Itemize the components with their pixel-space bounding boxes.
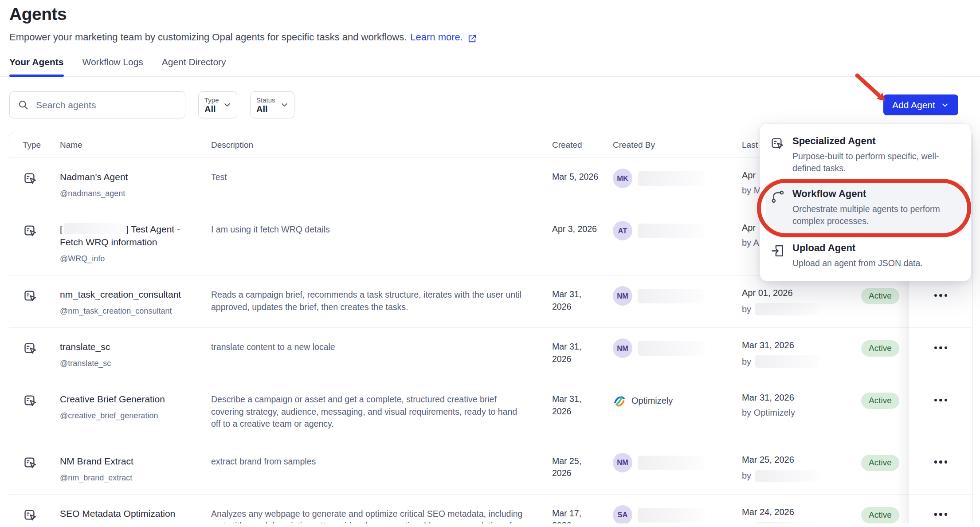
search-box[interactable] <box>9 91 185 118</box>
created-by-cell: MK <box>605 158 733 210</box>
learn-more-link[interactable]: Learn more. <box>410 31 463 43</box>
menu-item-workflow-agent[interactable]: Workflow AgentOrchestrate multiple agent… <box>766 182 965 234</box>
agent-type-icon-cell <box>9 495 60 524</box>
agent-handle: @nadmans_agent <box>60 189 199 198</box>
actions-cell <box>909 328 972 380</box>
created-date: Mar 17, 2026 <box>545 495 605 524</box>
menu-item-description: Orchestrate multiple agents to perform c… <box>792 203 949 227</box>
type-filter-dropdown[interactable]: Type All <box>198 91 237 118</box>
agent-name-cell[interactable]: nm_task_creation_consultant@nm_task_crea… <box>60 275 211 327</box>
redacted-user-name <box>638 341 705 356</box>
agent-type-icon-cell <box>9 275 60 327</box>
agent-name-cell[interactable]: Nadman's Agent@nadmans_agent <box>60 158 211 210</box>
agents-page: Agents Empower your marketing team by cu… <box>0 0 980 527</box>
last-modified-date: Apr 01, 2026 <box>742 288 853 298</box>
agent-handle: @creative_brief_generation <box>60 411 199 421</box>
created-by-cell: NM <box>605 442 733 494</box>
agent-type-icon-cell <box>9 158 60 210</box>
created-date: Mar 25, 2026 <box>545 442 605 494</box>
status-badge: Active <box>861 455 899 471</box>
status-filter-dropdown[interactable]: Status All <box>250 91 294 118</box>
specialized-agent-icon <box>23 298 38 306</box>
tab-your-agents[interactable]: Your Agents <box>9 57 64 76</box>
status-cell: Active <box>853 328 909 380</box>
actions-cell <box>909 275 972 327</box>
optimizely-logo <box>613 394 626 407</box>
status-badge: Active <box>861 507 899 523</box>
redacted-user-name <box>638 224 705 238</box>
status-badge: Active <box>861 340 899 357</box>
column-header: Created <box>545 140 605 150</box>
specialized-agent-icon <box>23 350 38 358</box>
agent-name-cell[interactable]: [] Test Agent - Fetch WRQ information@WR… <box>60 210 211 275</box>
last-modified-cell: Mar 24, 2026by <box>733 495 853 524</box>
created-date: Mar 31, 2026 <box>545 328 605 380</box>
last-modified-cell: Mar 31, 2026by Optimizely <box>733 380 853 442</box>
agent-name: nm_task_creation_consultant <box>60 288 199 301</box>
table-row: SEO Metadata Optimization@seo_metadata_o… <box>9 494 972 524</box>
status-cell: Active <box>853 275 909 327</box>
last-modified-cell: Mar 25, 2026by <box>733 442 853 494</box>
status-filter-label: Status <box>256 97 275 103</box>
row-actions-button[interactable] <box>930 456 952 469</box>
last-modified-cell: Apr 01, 2026by <box>733 275 853 327</box>
created-by-cell: Optimizely <box>605 380 733 442</box>
last-modified-by: by <box>742 355 853 368</box>
agent-name-cell[interactable]: NM Brand Extract@nm_brand_extract <box>60 442 211 494</box>
row-actions-button[interactable] <box>930 508 952 521</box>
row-actions-button[interactable] <box>930 393 952 407</box>
status-cell: Active <box>853 442 909 494</box>
chevron-down-icon <box>223 100 232 110</box>
tab-agent-directory[interactable]: Agent Directory <box>162 57 226 76</box>
tab-workflow-logs[interactable]: Workflow Logs <box>82 57 143 76</box>
redacted-user-name <box>638 456 705 470</box>
agent-type-icon-cell <box>9 210 60 275</box>
redacted-user-name <box>638 508 705 523</box>
last-modified-by: by <box>742 470 853 482</box>
specialized-agent-icon <box>770 136 785 152</box>
specialized-agent-icon <box>23 403 38 410</box>
table-row: nm_task_creation_consultant@nm_task_crea… <box>9 275 972 327</box>
agent-description: I am using it fetch WRQ details <box>211 210 545 275</box>
avatar: NM <box>613 286 632 306</box>
toolbar: Type All Status All Add Agent <box>0 91 980 118</box>
agent-name: translate_sc <box>60 340 199 353</box>
upload-agent-icon <box>770 243 785 259</box>
external-link-icon[interactable] <box>467 34 477 44</box>
row-actions-button[interactable] <box>930 289 952 302</box>
last-modified-by: by <box>742 303 853 315</box>
last-modified-date: Mar 31, 2026 <box>742 393 853 403</box>
agent-type-icon-cell <box>9 380 60 442</box>
redacted-user-name <box>755 303 819 315</box>
menu-item-upload-agent[interactable]: Upload AgentUpload an agent from JSON da… <box>760 236 971 275</box>
agent-handle: @WRQ_info <box>60 254 199 264</box>
row-actions-button[interactable] <box>930 341 952 354</box>
agent-name-cell[interactable]: translate_sc@translate_sc <box>60 328 211 380</box>
agent-name-cell[interactable]: SEO Metadata Optimization@seo_metadata_o… <box>60 495 211 524</box>
chevron-down-icon <box>941 101 949 110</box>
agent-handle: @nm_task_creation_consultant <box>60 307 199 316</box>
last-modified-by: by Optimizely <box>742 408 853 418</box>
agent-name-cell[interactable]: Creative Brief Generation@creative_brief… <box>60 380 211 442</box>
avatar: NM <box>613 338 632 358</box>
column-header: Description <box>211 140 545 150</box>
agent-name: SEO Metadata Optimization <box>60 507 199 520</box>
status-filter-value: All <box>256 105 275 114</box>
add-agent-menu: Specialized AgentPurpose-built to perfor… <box>760 123 971 281</box>
agent-handle: @nm_brand_extract <box>60 473 199 483</box>
menu-item-title: Upload Agent <box>792 242 923 254</box>
column-header: Created By <box>605 140 733 150</box>
specialized-agent-icon <box>23 465 38 472</box>
agent-name: Creative Brief Generation <box>60 393 199 405</box>
redacted-user-name <box>755 522 819 524</box>
search-input[interactable] <box>35 99 177 111</box>
agent-type-icon-cell <box>9 328 60 380</box>
chevron-down-icon <box>280 100 289 110</box>
specialized-agent-icon <box>23 181 38 188</box>
agent-type-icon-cell <box>9 442 60 494</box>
avatar: SA <box>613 505 632 524</box>
redacted-user-name <box>755 470 819 482</box>
add-agent-button[interactable]: Add Agent <box>883 94 958 115</box>
menu-item-specialized-agent[interactable]: Specialized AgentPurpose-built to perfor… <box>760 129 971 180</box>
created-by-cell: NM <box>605 328 733 380</box>
